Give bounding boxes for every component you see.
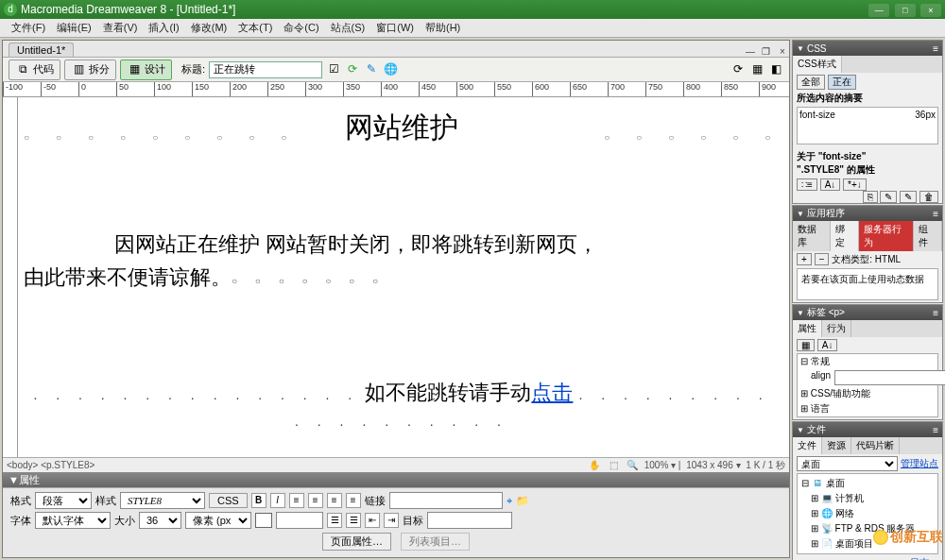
text-color-input[interactable]: [276, 512, 323, 529]
close-button[interactable]: ×: [920, 4, 941, 17]
tag-general[interactable]: 常规: [811, 356, 830, 366]
outdent-button[interactable]: ⇤: [365, 513, 380, 528]
menu-text[interactable]: 文本(T): [232, 19, 278, 37]
text-color-swatch[interactable]: [255, 513, 272, 528]
css-add-icon[interactable]: *+↓: [843, 178, 867, 191]
menu-site[interactable]: 站点(S): [325, 19, 371, 37]
tag-panel-header[interactable]: ▼标签 <p>≡: [793, 305, 942, 320]
zoom-tool-icon[interactable]: 🔍: [626, 460, 639, 470]
panel-menu-icon[interactable]: ≡: [933, 209, 938, 219]
design-canvas[interactable]: 网站维护 ○○○○○○○○○ ○○○○○○○○○ 因网站正在维护 网站暂时关闭，…: [3, 97, 789, 457]
css-button[interactable]: CSS: [209, 493, 248, 508]
tag-tab-behaviors[interactable]: 行为: [822, 320, 851, 337]
menu-view[interactable]: 查看(V): [97, 19, 144, 37]
document-tab[interactable]: Untitled-1*: [9, 42, 74, 57]
tag-lang[interactable]: 语言: [811, 403, 830, 414]
split-view-button[interactable]: ▥拆分: [64, 59, 116, 80]
doc-close-button[interactable]: ×: [776, 46, 789, 57]
menu-commands[interactable]: 命令(C): [278, 19, 324, 37]
app-tab-bindings[interactable]: 绑定: [831, 221, 859, 251]
doc-minimize-button[interactable]: —: [744, 46, 757, 57]
size-select[interactable]: 36: [139, 512, 181, 529]
select-tool-icon[interactable]: ⬚: [607, 460, 620, 470]
css-sort-icon[interactable]: A↓: [820, 178, 841, 191]
target-input[interactable]: [427, 512, 512, 529]
tag-cssacc[interactable]: CSS/辅助功能: [811, 388, 870, 399]
indent-button[interactable]: ⇥: [384, 513, 399, 528]
css-prop-val[interactable]: 36px: [915, 110, 936, 120]
align-center-button[interactable]: ≡: [308, 493, 323, 508]
files-drive-select[interactable]: 桌面: [797, 456, 898, 471]
app-remove-button[interactable]: −: [815, 253, 830, 265]
app-tab-server[interactable]: 服务器行为: [859, 221, 915, 251]
css-current-button[interactable]: 正在: [828, 75, 856, 90]
maximize-button[interactable]: □: [895, 4, 916, 17]
panel-menu-icon[interactable]: ≡: [933, 43, 938, 54]
app-tab-db[interactable]: 数据库: [793, 221, 831, 251]
files-tab-snippets[interactable]: 代码片断: [851, 437, 900, 454]
css-panel-header[interactable]: ▼CSS≡: [793, 41, 942, 56]
files-panel-header[interactable]: ▼文件≡: [793, 422, 942, 437]
css-styles-tab[interactable]: CSS样式: [793, 56, 842, 73]
link-input[interactable]: [389, 492, 503, 509]
font-select[interactable]: 默认字体: [35, 512, 111, 529]
code-view-button[interactable]: ⧉代码: [9, 59, 60, 80]
zoom-value[interactable]: 100%: [644, 460, 669, 470]
visualaids-icon[interactable]: ◧: [768, 62, 783, 77]
menu-help[interactable]: 帮助(H): [420, 19, 466, 37]
page-paragraph-3[interactable]: . . . . . . . . . . . . . . . 如不能跳转请手动点击…: [24, 379, 780, 432]
tag-tab-attrs[interactable]: 属性: [793, 320, 822, 337]
css-cascade-icon[interactable]: ∷≡: [797, 178, 817, 191]
page-properties-button[interactable]: 页面属性…: [322, 533, 391, 551]
app-panel-header[interactable]: ▼应用程序≡: [793, 206, 942, 221]
minimize-button[interactable]: —: [868, 4, 889, 17]
align-left-button[interactable]: ≡: [289, 493, 304, 508]
menu-modify[interactable]: 修改(M): [185, 19, 233, 37]
properties-header[interactable]: ▼ 属性: [3, 472, 789, 487]
css-attach-icon[interactable]: ⎘: [863, 191, 878, 203]
panel-menu-icon[interactable]: ≡: [933, 425, 938, 435]
globe-icon[interactable]: 🌐: [383, 62, 398, 77]
tag-list-icon[interactable]: A↓: [817, 339, 838, 351]
validate-icon[interactable]: ☑: [326, 62, 341, 77]
page-paragraph-2[interactable]: 因网站正在维护 网站暂时关闭，即将跳转到新网页， 由此带来不便请谅解。○ ○ ○…: [24, 228, 780, 294]
link-folder-icon[interactable]: 📁: [516, 495, 529, 507]
css-prop-name[interactable]: font-size: [799, 110, 835, 120]
hand-tool-icon[interactable]: ✋: [588, 460, 601, 470]
italic-button[interactable]: I: [270, 493, 285, 508]
files-tab-assets[interactable]: 资源: [822, 437, 851, 454]
menu-insert[interactable]: 插入(I): [143, 19, 184, 37]
manage-sites-link[interactable]: 管理站点: [901, 457, 938, 470]
css-delete-icon[interactable]: 🗑: [919, 191, 938, 203]
files-tab-files[interactable]: 文件: [793, 437, 822, 454]
align-right-button[interactable]: ≡: [327, 493, 342, 508]
ol-button[interactable]: ☰: [346, 513, 361, 528]
link-browse-icon[interactable]: ⌖: [507, 495, 512, 507]
align-justify-button[interactable]: ≡: [346, 493, 361, 508]
menu-window[interactable]: 窗口(W): [370, 19, 420, 37]
tag-align-input[interactable]: [834, 370, 945, 385]
doc-restore-button[interactable]: ❐: [760, 46, 773, 57]
title-input[interactable]: [209, 61, 322, 78]
file-mgmt-icon[interactable]: ✎: [364, 62, 379, 77]
design-view-button[interactable]: ▦设计: [120, 59, 172, 80]
css-newrule-icon[interactable]: ✎: [880, 191, 897, 203]
app-add-button[interactable]: +: [797, 253, 812, 265]
style-select[interactable]: STYLE8: [120, 492, 205, 509]
css-edit-icon[interactable]: ✎: [900, 191, 917, 203]
refresh-icon[interactable]: ⟳: [730, 62, 746, 77]
size-unit-select[interactable]: 像素 (px: [185, 512, 251, 529]
menu-edit[interactable]: 编辑(E): [51, 19, 97, 37]
css-all-button[interactable]: 全部: [797, 75, 825, 90]
menu-file[interactable]: 文件(F): [6, 19, 51, 37]
bold-button[interactable]: B: [251, 493, 266, 508]
ul-button[interactable]: ☰: [327, 513, 342, 528]
panel-menu-icon[interactable]: ≡: [933, 308, 938, 318]
tag-cat-icon[interactable]: ▦: [797, 339, 815, 351]
view-options-icon[interactable]: ▦: [749, 62, 765, 77]
browser-preview-icon[interactable]: ⟳: [345, 62, 360, 77]
app-tab-components[interactable]: 组件: [914, 221, 942, 251]
page-link[interactable]: 点击: [531, 381, 573, 404]
format-select[interactable]: 段落: [35, 492, 92, 509]
tag-path[interactable]: <body> <p.STYLE8>: [7, 460, 94, 470]
